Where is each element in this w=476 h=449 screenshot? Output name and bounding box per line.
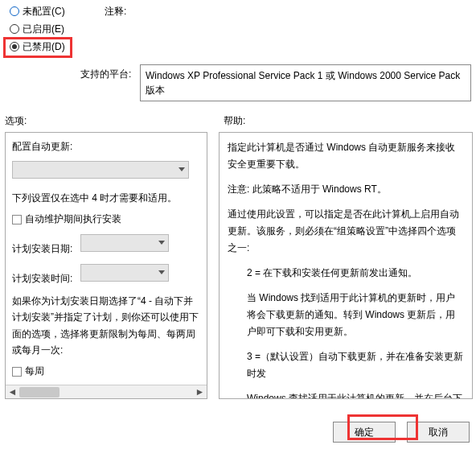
- chk-label: 自动维护期间执行安装: [25, 212, 121, 226]
- scroll-thumb[interactable]: [19, 387, 60, 398]
- help-text: 注意: 此策略不适用于 Windows RT。: [228, 181, 464, 198]
- supported-platform-box: Windows XP Professional Service Pack 1 或…: [140, 64, 471, 101]
- cancel-button[interactable]: 取消: [407, 422, 470, 443]
- help-text: Windows 查找适用于此计算机的更新，并在后台下载在此过程中，用户不会收到通…: [228, 390, 464, 399]
- radio-enabled[interactable]: 已启用(E): [8, 21, 74, 37]
- help-text: 指定此计算机是否通过 Windows 自动更新服务来接收安全更重要下载。: [228, 139, 464, 173]
- radio-not-configured[interactable]: 未配置(C): [8, 3, 74, 19]
- options-para: 如果你为计划安装日期选择了“4 - 自动下并计划安装”并指定了计划，则你还可以使…: [12, 293, 200, 359]
- chk-every-week[interactable]: 每周: [12, 365, 200, 378]
- auto-update-combo[interactable]: [12, 161, 189, 179]
- options-title: 配置自动更新:: [12, 139, 200, 154]
- help-heading: 帮助:: [224, 114, 245, 128]
- chk-label: 每周: [25, 365, 44, 378]
- radio-icon: [10, 42, 19, 51]
- comment-label: 注释:: [105, 5, 126, 19]
- sched-date-combo[interactable]: [80, 234, 169, 252]
- sched-time-label: 计划安装时间:: [12, 273, 72, 284]
- radio-label: 已启用(E): [23, 23, 64, 36]
- help-text: 通过使用此设置，可以指定是否在此计算机上启用自动更新。该服务，则必须在“组策略设…: [228, 206, 464, 257]
- scroll-right-icon[interactable]: ►: [193, 385, 207, 399]
- sched-time-combo[interactable]: [80, 264, 169, 282]
- options-pane: 配置自动更新: 下列设置仅在选中 4 时才需要和适用。 自动维护期间执行安装 计…: [5, 132, 207, 399]
- button-label: 确定: [355, 426, 374, 439]
- checkbox-icon: [12, 215, 22, 224]
- radio-icon: [10, 6, 19, 16]
- help-pane: 指定此计算机是否通过 Windows 自动更新服务来接收安全更重要下载。 注意:…: [219, 132, 473, 399]
- radio-label: 未配置(C): [23, 5, 65, 19]
- chk-maintenance[interactable]: 自动维护期间执行安装: [12, 212, 200, 226]
- checkbox-icon: [12, 367, 22, 377]
- supported-platform-text: Windows XP Professional Service Pack 1 或…: [146, 70, 460, 96]
- radio-icon: [10, 24, 19, 34]
- radio-disabled[interactable]: 已禁用(D): [8, 39, 74, 55]
- options-hscrollbar[interactable]: ◄ ►: [6, 385, 207, 398]
- scroll-left-icon[interactable]: ◄: [6, 385, 19, 399]
- supported-platform-label: 支持的平台:: [80, 68, 131, 81]
- radio-label: 已禁用(D): [23, 40, 65, 54]
- help-text: 3 =（默认设置）自动下载更新，并在准备安装更新时发: [228, 348, 464, 382]
- options-heading: 选项:: [5, 115, 27, 126]
- options-note: 下列设置仅在选中 4 时才需要和适用。: [12, 191, 200, 206]
- sched-date-label: 计划安装日期:: [12, 243, 72, 254]
- help-text: 当 Windows 找到适用于此计算机的更新时，用户将会下载更新的通知。转到 W…: [228, 290, 464, 340]
- button-label: 取消: [429, 426, 448, 439]
- ok-button[interactable]: 确定: [333, 422, 396, 443]
- help-text: 2 = 在下载和安装任何更新前发出通知。: [228, 265, 464, 282]
